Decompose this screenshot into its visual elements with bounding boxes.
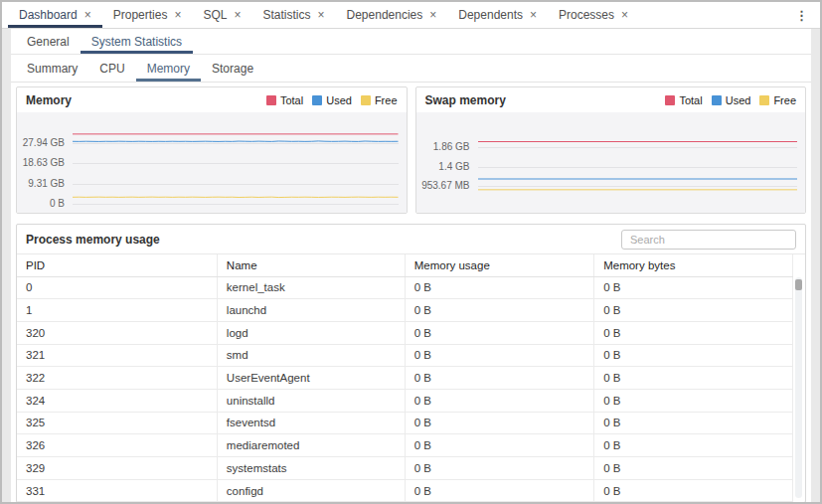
table-row[interactable]: 322UserEventAgent0 B0 B [17, 367, 793, 390]
cell-name: smd [217, 344, 405, 367]
close-icon[interactable]: × [84, 9, 91, 21]
cell-name: systemstats [217, 457, 405, 480]
charts-row: MemoryTotalUsedFree27.94 GB18.63 GB9.31 … [11, 83, 811, 222]
column-header-pid[interactable]: PID [17, 254, 217, 276]
tab-dependencies[interactable]: Dependencies× [336, 2, 448, 28]
y-axis-label: 953.67 MB [416, 180, 470, 191]
tab-label: CPU [99, 62, 124, 76]
close-icon[interactable]: × [530, 9, 537, 21]
close-icon[interactable]: × [429, 9, 436, 21]
tab-label: General [27, 35, 70, 49]
tab-system-statistics[interactable]: System Statistics [81, 29, 193, 54]
process-table-head: PIDNameMemory usageMemory bytes [17, 254, 793, 276]
tab-statistics[interactable]: Statistics× [251, 2, 335, 28]
chart-lines [478, 124, 798, 204]
cell-name: configd [217, 479, 405, 502]
cell-memory-bytes: 0 B [594, 299, 793, 322]
cell-name: launchd [217, 299, 405, 322]
table-row[interactable]: 321smd0 B0 B [17, 344, 793, 367]
stat-tab-summary[interactable]: Summary [16, 55, 88, 82]
cell-memory-bytes: 0 B [594, 457, 793, 480]
gridline [73, 204, 399, 205]
chart-legend: TotalUsedFree [266, 94, 398, 106]
cell-memory-usage: 0 B [405, 299, 593, 322]
column-header-memory-bytes[interactable]: Memory bytes [594, 254, 793, 276]
system-statistics-tabs: SummaryCPUMemoryStorage [11, 55, 811, 83]
process-table: PIDNameMemory usageMemory bytes 0kernel_… [17, 254, 793, 502]
tab-label: Dashboard [19, 8, 78, 22]
chart-header: Swap memoryTotalUsedFree [416, 87, 806, 112]
chart-panel-swap-memory: Swap memoryTotalUsedFree1.86 GB1.4 GB953… [415, 86, 807, 214]
table-row[interactable]: 324uninstalld0 B0 B [17, 389, 793, 412]
dashboard-page: GeneralSystem Statistics SummaryCPUMemor… [11, 29, 811, 502]
close-icon[interactable]: × [234, 9, 241, 21]
cell-memory-usage: 0 B [405, 344, 593, 367]
kebab-menu-icon[interactable]: ⋮ [783, 2, 820, 28]
tab-label: Memory [147, 62, 190, 76]
legend-swatch-free [361, 95, 371, 105]
table-scrollbar-thumb[interactable] [795, 279, 802, 290]
chart-header: MemoryTotalUsedFree [17, 87, 407, 112]
cell-name: UserEventAgent [217, 367, 405, 390]
cell-memory-usage: 0 B [405, 321, 593, 344]
cell-pid: 324 [17, 389, 217, 412]
cell-pid: 320 [17, 321, 217, 344]
tab-properties[interactable]: Properties× [102, 2, 193, 28]
table-row[interactable]: 326mediaremoted0 B0 B [17, 434, 793, 457]
tab-label: Summary [27, 62, 78, 76]
document-tab-bar: Dashboard×Properties×SQL×Statistics×Depe… [2, 2, 820, 29]
y-axis-label: 1.4 GB [416, 161, 470, 172]
legend-item-total: Total [665, 94, 702, 106]
table-row[interactable]: 331configd0 B0 B [17, 479, 793, 502]
cell-memory-bytes: 0 B [594, 344, 793, 367]
chart-title: Memory [26, 93, 72, 107]
table-row[interactable]: 320logd0 B0 B [17, 321, 793, 344]
table-row[interactable]: 329systemstats0 B0 B [17, 457, 793, 480]
y-axis-label: 27.94 GB [17, 137, 65, 148]
table-row[interactable]: 1launchd0 B0 B [17, 299, 793, 322]
chart-legend: TotalUsedFree [665, 94, 796, 106]
tab-label: Properties [113, 8, 168, 22]
legend-swatch-used [312, 95, 322, 105]
chart-plot-area: 1.86 GB1.4 GB953.67 MB [416, 112, 806, 213]
legend-swatch-free [759, 95, 769, 105]
tab-label: Storage [212, 62, 253, 76]
tab-general[interactable]: General [16, 29, 81, 54]
cell-memory-bytes: 0 B [594, 412, 793, 434]
process-panel-title: Process memory usage [26, 233, 160, 247]
cell-memory-bytes: 0 B [594, 389, 793, 412]
cell-name: logd [217, 321, 405, 344]
table-row[interactable]: 0kernel_task0 B0 B [17, 276, 793, 299]
tab-label: Dependents [458, 8, 523, 22]
close-icon[interactable]: × [174, 9, 181, 21]
column-header-memory-usage[interactable]: Memory usage [405, 254, 593, 276]
table-scrollbar-track[interactable] [795, 277, 802, 498]
legend-swatch-used [712, 95, 722, 105]
cell-pid: 322 [17, 367, 217, 390]
tab-dependents[interactable]: Dependents× [447, 2, 548, 28]
tab-dashboard[interactable]: Dashboard× [8, 2, 102, 28]
legend-label: Free [375, 94, 398, 106]
legend-swatch-total [266, 95, 276, 105]
cell-pid: 321 [17, 344, 217, 367]
legend-label: Free [773, 94, 796, 106]
stat-tab-storage[interactable]: Storage [201, 55, 264, 82]
y-axis-label: 1.86 GB [416, 141, 470, 152]
process-memory-usage-panel: Process memory usage PIDNameMemory usage… [16, 224, 806, 502]
process-panel-header: Process memory usage [17, 225, 805, 254]
close-icon[interactable]: × [318, 9, 325, 21]
cell-name: kernel_task [217, 276, 405, 299]
search-input[interactable] [621, 230, 796, 250]
stat-tab-memory[interactable]: Memory [136, 55, 201, 82]
table-row[interactable]: 325fseventsd0 B0 B [17, 412, 793, 434]
column-header-name[interactable]: Name [217, 254, 405, 276]
tab-label: Statistics [262, 8, 310, 22]
cell-name: fseventsd [217, 412, 405, 434]
stat-tab-cpu[interactable]: CPU [88, 55, 135, 82]
close-icon[interactable]: × [621, 9, 628, 21]
legend-item-used: Used [712, 94, 751, 106]
cell-name: mediaremoted [217, 434, 405, 457]
cell-pid: 329 [17, 457, 217, 480]
tab-processes[interactable]: Processes× [548, 2, 639, 28]
tab-sql[interactable]: SQL× [192, 2, 251, 28]
